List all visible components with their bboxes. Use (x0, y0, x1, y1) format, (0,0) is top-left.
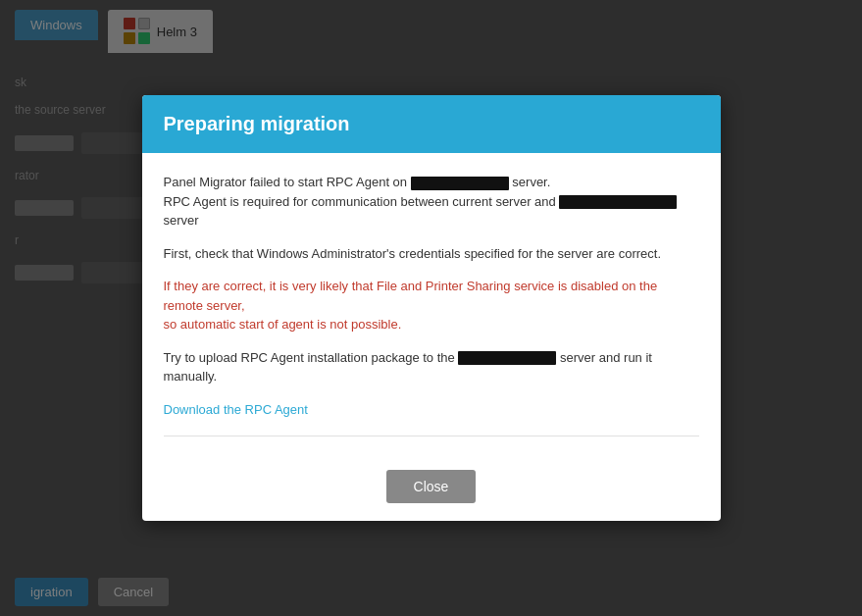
modal-line2-prefix: RPC Agent is required for communication … (164, 194, 556, 209)
modal-overlay: Preparing migration Panel Migrator faile… (0, 0, 862, 616)
modal-line1-suffix: server. (512, 175, 550, 189)
modal-redacted-1 (411, 177, 509, 190)
modal-body: Panel Migrator failed to start RPC Agent… (142, 153, 721, 458)
modal-divider (164, 436, 699, 436)
modal-header: Preparing migration (142, 95, 721, 153)
modal-redacted-3 (458, 351, 556, 365)
download-rpc-agent-link[interactable]: Download the RPC Agent (164, 402, 308, 417)
modal-line1-prefix: Panel Migrator failed to start RPC Agent… (164, 175, 408, 189)
modal-download-link-container: Download the RPC Agent (164, 400, 699, 418)
modal-credentials-text: First, check that Windows Administrator'… (164, 244, 699, 264)
modal-upload-text: Try to upload RPC Agent installation pac… (164, 348, 699, 386)
modal-sharing-text: If they are correct, it is very likely t… (164, 277, 699, 334)
modal-line2-suffix: server (164, 213, 199, 228)
modal-redacted-2 (559, 195, 677, 209)
modal-dialog: Preparing migration Panel Migrator faile… (142, 95, 721, 521)
close-button[interactable]: Close (386, 470, 477, 503)
modal-footer: Close (142, 458, 721, 521)
modal-title: Preparing migration (164, 113, 699, 135)
modal-rpc-fail-text: Panel Migrator failed to start RPC Agent… (164, 173, 699, 231)
